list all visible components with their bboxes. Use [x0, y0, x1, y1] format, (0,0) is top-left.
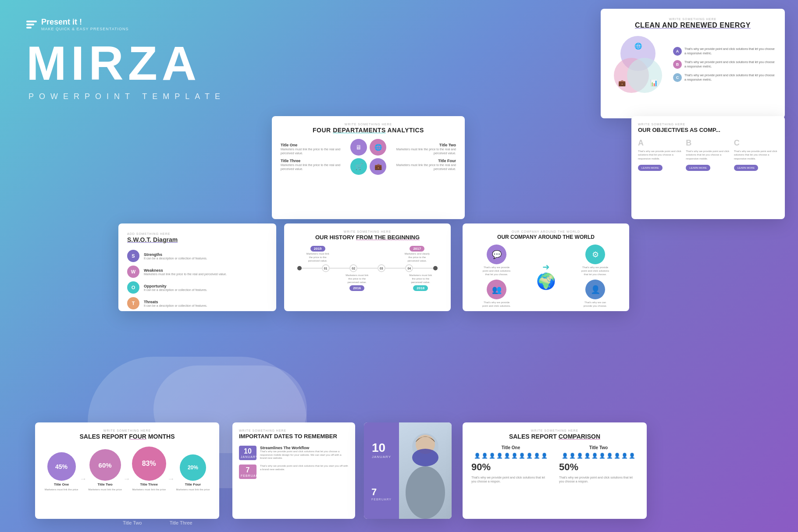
sales-title: SALES REPORT FOUR MONTHS [44, 433, 210, 440]
stat-label-1: Title Two [123, 520, 143, 525]
date-content-1: Streamlines The Workflow That's why we p… [260, 446, 349, 460]
person-icon-faded: 👤 [614, 453, 620, 459]
slide-sales: WRITE SOMETHING HERE SALES REPORT FOUR M… [35, 422, 219, 519]
energy-text-b: That's why we provide point and click so… [684, 60, 776, 69]
sales-label-1: Title One [54, 482, 69, 486]
analytics-item-1: Title One Marketers must link the price … [281, 143, 347, 155]
swot-item-o: O Opportunity It can be a description or… [127, 281, 267, 294]
date-box-2: 7 FEBRUARY [239, 465, 256, 479]
sales-text-2: Marketers must link the price [88, 488, 122, 492]
slide-person: 10 JANUARY 7 FEBRUARY [364, 422, 452, 519]
date-box-1: 10 JANUARY [239, 446, 256, 460]
person-icon-faded: 👤 [541, 453, 548, 459]
timeline-line-3 [357, 268, 378, 269]
analytics-grid: Title One Marketers must link the price … [281, 139, 456, 175]
comparison-write-here: WRITE SOMETHING HERE [471, 429, 638, 432]
history-write-here: WRITE SOMETHING HERE [293, 230, 442, 233]
swot-t-title: Threats [144, 300, 207, 304]
obj-btn-c[interactable]: LEARN MORE [734, 165, 759, 171]
timeline-dot-start [297, 266, 302, 270]
person-icon-faded: 👤 [599, 453, 606, 459]
energy-content: 🌐 💼 📊 A That's why we provide point and … [609, 36, 776, 93]
world-write-here: OUR COMPANY AROUND THE WORLD [469, 230, 623, 233]
analytics-icons: 🖥 🌐 🛒 💼 [350, 139, 386, 175]
sales-circle-4: 20% [180, 454, 206, 481]
timeline-line-1 [302, 268, 322, 269]
logo-title: Present it ! [41, 18, 129, 27]
person-illustration [399, 422, 452, 519]
analytics-item-4: Title Four Marketers must link the price… [390, 159, 456, 171]
obj-col-b: B That's why we provide point and click … [686, 138, 730, 171]
sales-text-1: Marketers must link the price [45, 488, 78, 492]
sales-item-2: 60% Title Two Marketers must link the pr… [88, 449, 122, 492]
person-icons-2: 👤 👤 👤 👤 👤 👤 👤 👤 👤 👤 [559, 453, 638, 459]
sales-item-4: 20% Title Four Marketers must link the p… [176, 454, 210, 492]
slide-history: WRITE SOMETHING HERE OUR HISTORY FROM TH… [284, 223, 451, 311]
timeline-line-4 [385, 268, 406, 269]
sales-item-1: 45% Title One Marketers must link the pr… [45, 452, 78, 492]
timeline-num-2: 02 [349, 264, 357, 272]
sales-label-4: Title Four [185, 482, 201, 486]
analytics-icon-1: 🖥 [350, 139, 367, 156]
sales-item-3: 83% Title Three Marketers must link the … [132, 447, 166, 492]
comparison-content: Title One 👤 👤 👤 👤 👤 👤 👤 👤 👤 👤 90% That's… [471, 445, 638, 483]
energy-label-b: B That's why we provide point and click … [673, 60, 776, 69]
person-date-2: 7 FEBRUARY [371, 486, 392, 501]
world-group-2: 👥 That's why we provide point and click … [481, 280, 512, 308]
analytics-item-2: Title Two Marketers must link the price … [390, 143, 456, 155]
analytics-item-3: Title Three Marketers must link the pric… [281, 159, 347, 171]
energy-badge-a: A [673, 47, 682, 56]
comparison-col-1: Title One 👤 👤 👤 👤 👤 👤 👤 👤 👤 👤 90% That's… [471, 445, 550, 483]
swot-item-t: T Threats It can be a description or col… [127, 297, 267, 309]
obj-grid: A That's why we provide point and click … [638, 138, 778, 171]
timeline-node-3: Marketers must link the price to the per… [344, 274, 370, 291]
comparison-text-1: That's why we provide point and click so… [471, 475, 550, 483]
timeline-dot-end [433, 266, 438, 270]
world-left-items: 💬 That's why we provide point and click … [481, 245, 512, 308]
swot-badge-w: W [127, 266, 139, 278]
swot-badge-s: S [127, 250, 139, 262]
obj-write-here: WRITE SOMETHING HERE [638, 123, 778, 126]
world-content: 💬 That's why we provide point and click … [469, 245, 623, 308]
obj-btn-a[interactable]: LEARN MORE [638, 165, 663, 171]
person-icon: 👤 [474, 453, 481, 459]
person-date-1: 10 JANUARY [372, 441, 391, 459]
person-icon: 👤 [481, 453, 488, 459]
person-icon: 👤 [519, 453, 525, 459]
sales-write-here: WRITE SOMETHING HERE [44, 429, 210, 432]
history-years-top: 2015 Marketers must link the price to th… [293, 246, 442, 262]
swot-items: S Strengths It can be a description or c… [127, 250, 267, 309]
analytics-icon-3: 🛒 [350, 158, 367, 175]
person-icon: 👤 [489, 453, 495, 459]
logo-area: Present it ! MAKE QUICK & EASY PRESENTAT… [26, 18, 129, 31]
sales-arrow-2: → [123, 475, 130, 483]
obj-btn-b[interactable]: LEARN MORE [686, 165, 710, 171]
stat-num-2: 8394 [170, 506, 197, 520]
world-group-4: 👤 That's why we can provide you choose. [580, 280, 611, 308]
swot-s-text: It can be a description or collection of… [144, 257, 207, 260]
comparison-pct-1: 90% [471, 461, 550, 473]
date-content-2: That's why we provide point and click so… [260, 465, 349, 472]
energy-label-a: A That's why we provide point and click … [673, 47, 776, 56]
person-icon: 👤 [562, 453, 568, 459]
world-globe-icon: 🌍 [536, 272, 556, 291]
world-center: ➜ 🌍 [536, 262, 556, 291]
energy-text-c: That's why we provide point and click so… [684, 73, 776, 82]
slide-world: OUR COMPANY AROUND THE WORLD OUR COMPANY… [463, 223, 629, 311]
sales-circle-3: 83% [132, 447, 166, 481]
obj-col-c: C That's why we provide point and click … [734, 138, 778, 171]
slide-dates: WRITE SOMETHING HERE IMPORTANT DATES TO … [232, 422, 355, 519]
stat-label-2: Title Three [170, 520, 197, 525]
person-photo [399, 422, 452, 519]
swot-o-title: Opportunity [144, 284, 207, 288]
timeline-line-2 [330, 268, 350, 269]
person-icons-1: 👤 👤 👤 👤 👤 👤 👤 👤 👤 👤 [471, 453, 550, 459]
energy-badge-c: C [673, 73, 682, 82]
person-icon: 👤 [511, 453, 518, 459]
main-title: MIRZA [26, 35, 201, 91]
slide-swot: ADD SOMETHING HERE S.W.O.T. Diagram S St… [118, 223, 276, 311]
timeline-line-5 [413, 268, 433, 269]
swot-title: S.W.O.T. Diagram [127, 236, 267, 243]
energy-text-a: That's why we provide point and click so… [684, 47, 776, 56]
timeline-node-4: Marketers must link the price to the per… [407, 274, 434, 291]
